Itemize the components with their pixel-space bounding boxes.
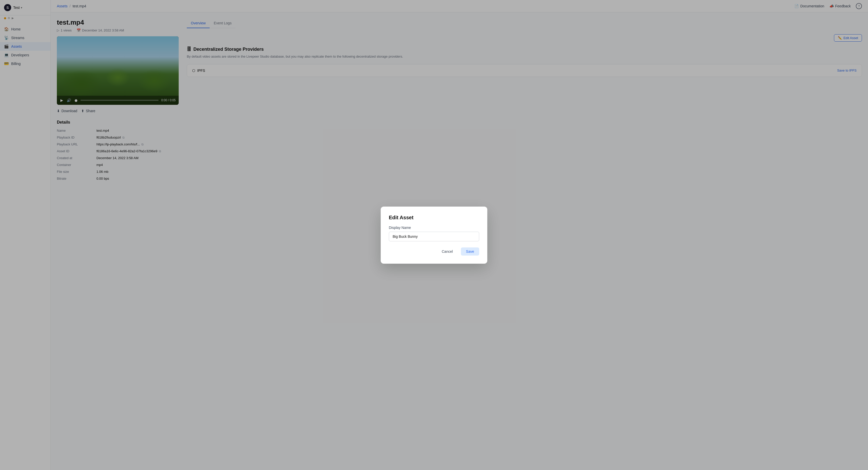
edit-asset-modal: Edit Asset Display Name Cancel Save — [381, 207, 487, 264]
save-button[interactable]: Save — [461, 247, 479, 256]
modal-title: Edit Asset — [389, 215, 479, 221]
modal-overlay[interactable]: Edit Asset Display Name Cancel Save — [0, 0, 868, 470]
modal-field-label: Display Name — [389, 226, 479, 230]
modal-actions: Cancel Save — [389, 247, 479, 256]
cancel-button[interactable]: Cancel — [437, 247, 458, 256]
display-name-input[interactable] — [389, 232, 479, 241]
